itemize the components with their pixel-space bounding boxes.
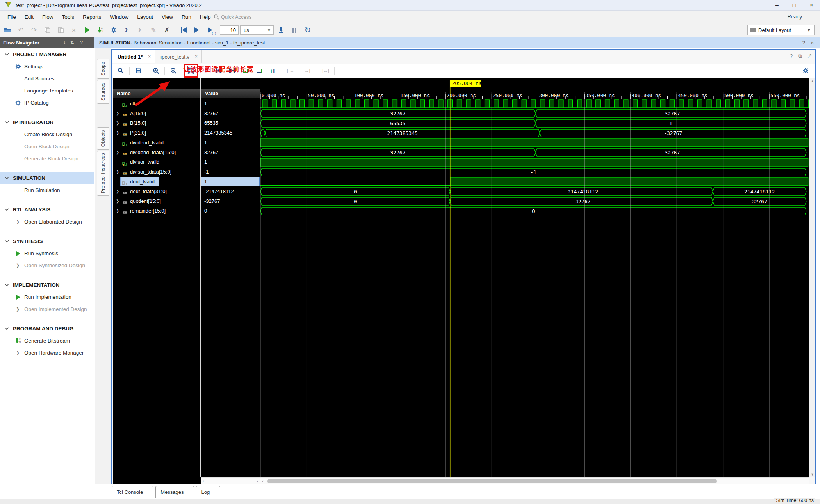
nav-section-header-synthesis[interactable]: SYNTHESIS [0, 235, 94, 247]
sidebar-item-language-templates[interactable]: Language Templates [0, 85, 94, 97]
step-icon[interactable] [275, 25, 287, 35]
context-close-icon[interactable]: × [811, 40, 814, 46]
expand-chevron-icon[interactable]: ❯ [16, 307, 20, 312]
menu-item-flow[interactable]: Flow [38, 12, 58, 21]
expand-chevron-icon[interactable]: ❯ [16, 219, 20, 224]
scroll-up-icon[interactable]: ▲ [809, 79, 815, 83]
menu-item-reports[interactable]: Reports [78, 12, 105, 21]
sidebar-item-open-hardware-manager[interactable]: ❯Open Hardware Manager [0, 347, 94, 359]
sidebar-item-ip-catalog[interactable]: IP Catalog [0, 97, 94, 109]
side-tab-protocol-instances[interactable]: Protocol Instances [97, 151, 109, 196]
value-horizontal-scrollbar[interactable]: ‹ › [201, 477, 260, 484]
wave-settings-gear-icon[interactable] [800, 66, 811, 76]
expand-chevron-icon[interactable]: ❯ [116, 108, 119, 118]
generate-bitstream-toolbar-icon[interactable]: 0110 [94, 25, 106, 35]
signal-value-remainder-15-0[interactable]: 0 [201, 206, 260, 216]
name-column-header[interactable]: Name [113, 89, 200, 98]
nav-section-header-project-manager[interactable]: PROJECT MANAGER [0, 48, 94, 60]
signal-name-row-dout-tdata-31-0[interactable]: ❯dout_tdata[31:0] [113, 186, 200, 196]
nav-section-header-program-and-debug[interactable]: PROGRAM AND DEBUG [0, 323, 94, 335]
menu-item-edit[interactable]: Edit [20, 12, 38, 21]
signal-name-row-divisor-tvalid[interactable]: divisor_tvalid [113, 157, 200, 167]
signal-name-row-a-15-0[interactable]: ❯A[15:0] [113, 108, 200, 118]
menu-item-view[interactable]: View [157, 12, 177, 21]
open-file-icon[interactable] [2, 25, 13, 35]
delete-icon[interactable]: × [68, 25, 80, 35]
copy-icon[interactable] [41, 25, 53, 35]
sidebar-item-generate-block-design[interactable]: Generate Block Design [0, 153, 94, 165]
signal-value-b-15-0[interactable]: 65535 [201, 118, 260, 128]
minimize-button[interactable]: – [768, 0, 786, 10]
sidebar-item-create-block-design[interactable]: Create Block Design [0, 128, 94, 140]
value-column-header[interactable]: Value [201, 89, 260, 98]
runtime-value-input[interactable] [220, 25, 239, 35]
menu-item-window[interactable]: Window [105, 12, 133, 21]
sidebar-item-add-sources[interactable]: Add Sources [0, 73, 94, 85]
signal-name-row-quotient-15-0[interactable]: ❯quotient[15:0] [113, 196, 200, 206]
run-for-time-icon[interactable]: (T) [204, 25, 216, 35]
add-marker-icon[interactable]: +Γ [268, 66, 278, 76]
wave-tab-untitled-1[interactable]: Untitled 1*× [112, 50, 155, 63]
zoom-out-icon[interactable] [168, 66, 178, 76]
minimize-panel-icon[interactable]: — [86, 40, 91, 45]
signal-value-a-15-0[interactable]: 32767 [201, 108, 260, 118]
expand-chevron-icon[interactable]: ❯ [116, 128, 119, 138]
nav-section-header-rtl-analysis[interactable]: RTL ANALYSIS [0, 204, 94, 216]
expand-chevron-icon[interactable]: ❯ [116, 186, 119, 196]
menu-item-tools[interactable]: Tools [58, 12, 79, 21]
signal-name-row-dout-tvalid[interactable]: dout_tvalid [113, 177, 200, 186]
signal-name-row-clk[interactable]: clk [113, 99, 200, 108]
close-tab-icon[interactable]: × [148, 54, 151, 59]
signal-value-divisor-tdata-15-0[interactable]: -1 [201, 167, 260, 177]
context-help-icon[interactable]: ? [802, 40, 805, 46]
signal-name-row-divisor-tdata-15-0[interactable]: ❯divisor_tdata[15:0] [113, 167, 200, 177]
quick-access-input[interactable] [221, 14, 264, 20]
layout-selector[interactable]: Default Layout ▼ [747, 25, 815, 35]
find-icon[interactable] [116, 66, 126, 76]
run-simulation-play-icon[interactable] [81, 25, 93, 35]
panel-help-icon[interactable]: ? [790, 53, 793, 59]
wave-tab-ipcore-test-v[interactable]: ipcore_test.v× [155, 50, 202, 63]
wave-vertical-scrollbar[interactable]: ▲ ▼ [809, 78, 815, 477]
menu-item-file[interactable]: File [3, 12, 20, 21]
signal-value-clk[interactable]: 1 [201, 99, 260, 108]
run-all-icon[interactable] [191, 25, 203, 35]
sidebar-item-open-implemented-design[interactable]: ❯Open Implemented Design [0, 303, 94, 315]
panel-float-icon[interactable]: ⧉ [798, 53, 802, 59]
scroll-left-icon[interactable]: ‹ [203, 479, 204, 483]
signal-name-row-p-31-0[interactable]: ❯P[31:0] [113, 128, 200, 138]
swap-cursor-icon-2[interactable] [254, 66, 264, 76]
sidebar-item-open-elaborated-design[interactable]: ❯Open Elaborated Design [0, 216, 94, 228]
signal-name-row-dividend-tdata-15-0[interactable]: ❯dividend_tdata[15:0] [113, 147, 200, 157]
signal-value-dividend-tdata-15-0[interactable]: 32767 [201, 147, 260, 157]
collapse-all-icon[interactable]: ↨ [63, 40, 66, 45]
settings-gear-icon[interactable] [108, 25, 119, 35]
panel-maximize-icon[interactable]: ⤢ [808, 53, 811, 59]
sidebar-item-run-synthesis[interactable]: Run Synthesis [0, 247, 94, 259]
sidebar-item-open-block-design[interactable]: Open Block Design [0, 140, 94, 153]
relaunch-icon[interactable]: ↻ [302, 25, 314, 35]
expand-chevron-icon[interactable]: ❯ [16, 263, 20, 268]
nav-section-header-ip-integrator[interactable]: IP INTEGRATOR [0, 116, 94, 128]
expand-chevron-icon[interactable]: ❯ [116, 147, 119, 157]
signal-value-quotient-15-0[interactable]: -32767 [201, 196, 260, 206]
signal-value-dividend-tvalid[interactable]: 1 [201, 138, 260, 147]
runtime-unit-select[interactable]: us ▼ [240, 25, 274, 35]
signal-value-dout-tdata-31-0[interactable]: -2147418112 [201, 186, 260, 196]
expand-chevron-icon[interactable]: ❯ [116, 196, 119, 206]
signal-name-row-b-15-0[interactable]: ❯B[15:0] [113, 118, 200, 128]
scroll-left-icon[interactable]: ‹ [262, 479, 264, 483]
zoom-in-icon[interactable] [151, 66, 161, 76]
restart-simulation-icon[interactable] [178, 25, 189, 35]
side-tab-sources[interactable]: Sources [97, 80, 109, 104]
expand-chevron-icon[interactable]: ❯ [116, 206, 119, 216]
signal-value-dout-tvalid[interactable]: 1 [201, 177, 260, 186]
expand-chevron-icon[interactable]: ❯ [116, 167, 119, 177]
bottom-tab-tcl-console[interactable]: Tcl Console [112, 486, 153, 498]
close-tab-icon[interactable]: × [195, 54, 198, 59]
redo-icon[interactable]: ↷ [28, 25, 40, 35]
pause-icon[interactable] [289, 25, 300, 35]
undo-icon[interactable]: ↶ [15, 25, 27, 35]
menu-item-help[interactable]: Help [196, 12, 215, 21]
signal-value-p-31-0[interactable]: 2147385345 [201, 128, 260, 138]
